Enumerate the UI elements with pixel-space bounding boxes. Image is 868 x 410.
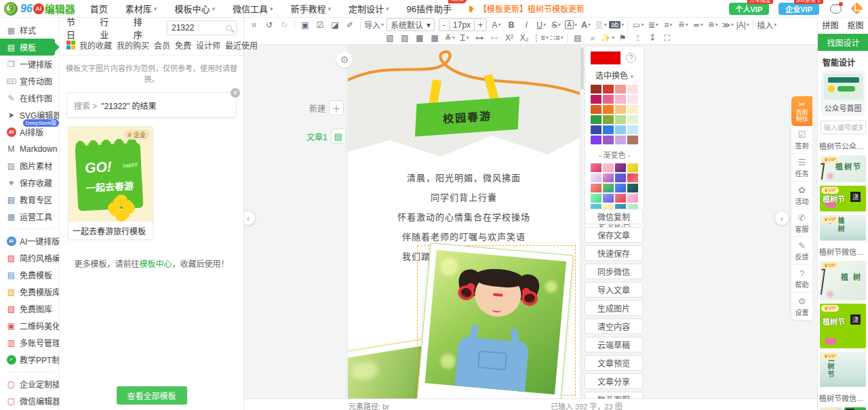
pair-thumb-right[interactable]: VIP — [844, 407, 867, 410]
feed-thumbnail-2[interactable]: ♛VIP浇植树节 — [820, 186, 866, 211]
find-replace-icon[interactable]: ⌕ — [586, 32, 599, 43]
paragraph-1[interactable]: 清晨，阳光明媚，微风拂面 — [348, 168, 580, 188]
nav-item-首页[interactable]: 首页 — [90, 2, 108, 15]
nav-item-96插件助手[interactable]: 96插件助手NEW — [407, 2, 452, 15]
action-联系客服[interactable]: 联系客服 — [585, 392, 643, 398]
rail-item-任务[interactable]: ☰任务 — [791, 154, 812, 182]
convert-case-button[interactable]: 变▾ — [594, 19, 608, 30]
indent-button[interactable]: ≫▾ — [721, 19, 734, 30]
template-caption[interactable]: 一起去春游旅行模板 — [68, 222, 153, 239]
nav-item-素材库[interactable]: 素材库▾ — [125, 2, 157, 15]
hero-section[interactable]: 校园春游 — [348, 45, 580, 161]
eraser-icon[interactable]: ◪ — [328, 19, 342, 30]
template-card[interactable]: GO! 一起去春游 happy ♛企业 一起去春游旅行模板 — [68, 126, 153, 240]
redo-icon[interactable]: ↻ — [277, 19, 291, 30]
title-banner[interactable]: 校园春游 — [415, 97, 519, 137]
rail-item-签到[interactable]: ☑签到 — [791, 126, 812, 154]
nav-item-模板中心[interactable]: 模板中心▾ — [174, 2, 215, 15]
collapse-down-icon[interactable]: ↧ — [646, 32, 659, 43]
insert-table-icon[interactable]: ▦ — [428, 32, 441, 43]
tab-sort[interactable]: 排序 — [134, 15, 149, 41]
close-icon[interactable]: ✕ — [231, 88, 240, 98]
gradient-swatch-8[interactable] — [591, 184, 601, 192]
sidebar-item-简约风格编辑[interactable]: ▨简约风格编辑 — [0, 249, 59, 266]
color-swatch-2[interactable] — [615, 85, 626, 94]
color-swatch-1[interactable] — [603, 85, 614, 94]
rail-item-帮助[interactable]: ?帮助 — [791, 265, 812, 293]
superscript-icon[interactable]: X² — [502, 32, 516, 43]
sidebar-item-图片素材[interactable]: ▧图片素材 — [0, 157, 59, 174]
color-panel-title[interactable]: 选中换色 ▾ — [591, 69, 638, 81]
photo-main-polaroid[interactable] — [416, 243, 574, 398]
filter-免费[interactable]: 免费 — [175, 39, 191, 51]
tab-holiday[interactable]: 节日 — [66, 15, 82, 41]
filter-设计师[interactable]: 设计师 — [196, 39, 220, 51]
align-left-button[interactable]: ≣▾ — [646, 19, 660, 30]
sidebar-item-样式[interactable]: ▦样式 — [0, 22, 59, 39]
color-swatch-4[interactable] — [591, 95, 601, 104]
border-button[interactable]: ▭▾ — [631, 19, 645, 30]
gradient-swatch-7[interactable] — [627, 173, 638, 182]
texture-background-icon[interactable]: ▩ — [413, 32, 427, 43]
bold-button[interactable]: B — [505, 19, 518, 30]
unordered-list-icon[interactable]: ∷≡▾ — [550, 32, 564, 43]
personal-vip-button[interactable]: 个人VIP 开年限定 — [729, 3, 770, 15]
app-logo[interactable]: 96 Ai 编辑器 — [4, 1, 75, 16]
action-微信复制[interactable]: 微信复制 — [585, 209, 643, 224]
sidebar-item-免费模版库[interactable]: ▧免费模版库 — [0, 283, 59, 300]
sidebar-item-企业定制插件[interactable]: ▢企业定制插件 — [0, 375, 59, 392]
sidebar-item-二维码美化[interactable]: ▣二维码美化 — [0, 317, 59, 334]
highlight-button[interactable]: ab▾ — [609, 19, 624, 30]
element-path-icon[interactable]: ⌗ — [248, 19, 261, 30]
sidebar-item-在线作图[interactable]: ✎在线作图 — [0, 89, 59, 106]
font-size-minus[interactable]: - — [439, 20, 449, 30]
gradient-swatch-4[interactable] — [591, 173, 601, 182]
enterprise-vip-button[interactable]: 企业VIP 500京东卡 — [778, 3, 819, 15]
template-center-link[interactable]: 模板中心 — [139, 260, 172, 269]
unlink-icon[interactable]: ⊷ — [488, 32, 501, 43]
sidebar-item-保存收藏[interactable]: ♥保存收藏 — [0, 174, 59, 191]
color-swatch-0[interactable] — [591, 85, 601, 94]
gradient-swatch-14[interactable] — [615, 194, 626, 203]
color-swatch-12[interactable] — [591, 115, 601, 124]
underline-button[interactable]: U▾ — [534, 19, 548, 30]
gradient-swatch-5[interactable] — [603, 173, 614, 182]
gradient-swatch-12[interactable] — [591, 194, 601, 203]
keyword-search-input[interactable] — [821, 121, 866, 134]
feed-thumbnail-7[interactable]: ♛VIP植树节 — [820, 352, 866, 387]
letter-spacing-button[interactable]: |A|▾ — [736, 19, 749, 30]
nav-item-微信工具[interactable]: 微信工具▾ — [233, 2, 273, 15]
format-brush-icon[interactable]: ✐ — [343, 19, 357, 30]
gradient-swatch-11[interactable] — [627, 184, 638, 192]
rail-item-反馈[interactable]: ✎反馈 — [791, 237, 812, 265]
filter-最近使用[interactable]: 最近使用 — [225, 39, 258, 51]
announcement[interactable]: 【模板更新】植树节模板更新 — [469, 3, 585, 14]
view-all-templates-button[interactable]: 查看全部模板 — [116, 386, 186, 405]
gradient-swatch-0[interactable] — [591, 163, 601, 172]
template-search-input[interactable] — [172, 23, 226, 33]
align-center-button[interactable]: ≡▾ — [661, 19, 675, 30]
background-color-button[interactable]: A▾ — [564, 19, 578, 30]
italic-button[interactable]: I — [519, 19, 533, 30]
action-清空内容[interactable]: 清空内容 — [585, 319, 643, 334]
color-swatch-8[interactable] — [591, 105, 601, 114]
color-swatch-20[interactable] — [591, 136, 601, 144]
paragraph-spacing-button[interactable]: ≘▾ — [706, 19, 719, 30]
plus-icon[interactable]: ＋ — [329, 100, 344, 115]
sidebar-item-教学PPT制作[interactable]: ✓教学PPT制作 — [0, 351, 59, 368]
feed-thumbnail-5[interactable]: ♛VIP植 树 — [820, 261, 866, 300]
strikethrough-button[interactable]: S▾ — [549, 19, 563, 30]
sidebar-item-教育专区[interactable]: ▤教育专区 — [0, 191, 59, 208]
image-library-icon[interactable]: ▨ — [398, 32, 412, 43]
find-image-design-button[interactable]: 找图设计 — [818, 34, 868, 51]
color-swatch-11[interactable] — [627, 105, 638, 114]
gradient-swatch-13[interactable] — [603, 194, 614, 203]
paragraph-3[interactable]: 怀着激动的心情集合在学校操场 — [348, 207, 580, 227]
action-云端草稿[interactable]: 云端草稿 — [585, 337, 643, 352]
color-swatch-18[interactable] — [615, 125, 626, 134]
article1-tab[interactable]: 文章1 ▤ — [307, 129, 346, 144]
paragraph-2[interactable]: 同学们背上行囊 — [348, 188, 580, 207]
sidebar-item-微信编辑器[interactable]: ▢微信编辑器 — [0, 392, 59, 409]
feed-thumbnail-6[interactable]: ♛VIP浇植树节 — [820, 304, 866, 348]
check-document-icon[interactable]: ☑ — [313, 19, 327, 30]
